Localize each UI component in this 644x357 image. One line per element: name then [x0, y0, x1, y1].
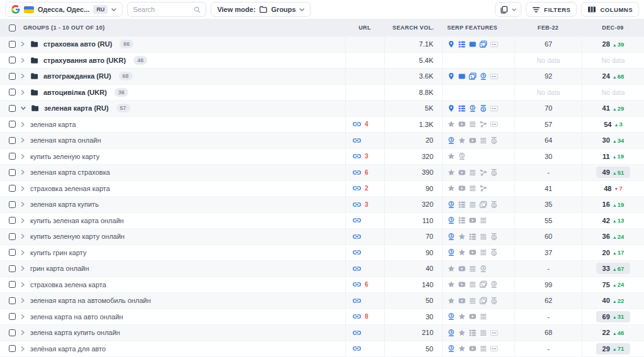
- top-stories-icon: [458, 40, 466, 48]
- row-checkbox[interactable]: [9, 169, 16, 176]
- row-checkbox[interactable]: [9, 89, 16, 96]
- chevron-right-icon[interactable]: [21, 314, 25, 319]
- folder-icon: [30, 57, 38, 64]
- columns-button[interactable]: COLUMNS: [581, 2, 639, 17]
- current-rank-value: 30: [602, 136, 610, 144]
- curr-date-column-header[interactable]: DEC-09: [582, 19, 644, 36]
- row-checkbox[interactable]: [9, 345, 16, 352]
- row-checkbox[interactable]: [9, 233, 16, 240]
- filters-button[interactable]: FILTERS: [526, 2, 577, 17]
- row-checkbox[interactable]: [9, 297, 16, 304]
- chevron-right-icon[interactable]: [21, 122, 25, 127]
- url-link-icon[interactable]: [352, 120, 362, 128]
- prev-date-column-header[interactable]: FEB-22: [514, 19, 582, 36]
- row-checkbox[interactable]: [9, 185, 16, 192]
- project-selector[interactable]: Одесса, Одес... RU: [5, 2, 123, 17]
- row-checkbox[interactable]: [9, 41, 16, 48]
- url-link-icon[interactable]: [352, 136, 362, 145]
- chevron-down-icon[interactable]: [21, 106, 26, 111]
- chevron-right-icon[interactable]: [21, 218, 25, 223]
- chevron-right-icon[interactable]: [21, 41, 25, 47]
- reviews-icon: [447, 297, 455, 305]
- keyword-label: купить грин карту: [30, 249, 86, 256]
- svg-text:$: $: [493, 236, 496, 239]
- row-checkbox[interactable]: [9, 329, 16, 336]
- reviews-icon: [447, 120, 455, 128]
- reviews-icon: [447, 265, 455, 273]
- chevron-right-icon[interactable]: [21, 250, 25, 255]
- prev-rank-value: 41: [545, 185, 552, 192]
- url-link-count: 3: [365, 153, 369, 160]
- row-checkbox[interactable]: [9, 265, 16, 272]
- row-checkbox[interactable]: [9, 57, 16, 63]
- keyword-row: зелена карта на авто онлайн830$-69▲31: [0, 309, 644, 326]
- rank-change-value: ▲31: [613, 313, 625, 320]
- url-column-header[interactable]: URL: [345, 19, 384, 36]
- row-checkbox[interactable]: [9, 121, 16, 128]
- url-link-icon[interactable]: [352, 280, 362, 288]
- copy-report-button[interactable]: [495, 2, 521, 17]
- row-checkbox[interactable]: [9, 249, 16, 256]
- view-mode-label: View mode:: [217, 6, 255, 13]
- rank-change-value: ▼7: [614, 185, 623, 192]
- chevron-right-icon[interactable]: [21, 330, 25, 335]
- chevron-right-icon[interactable]: [21, 202, 25, 207]
- rank-change-value: ▲51: [613, 169, 625, 176]
- chevron-right-icon[interactable]: [21, 282, 25, 287]
- row-checkbox[interactable]: [9, 201, 16, 208]
- shopping-ads-icon: $: [490, 200, 498, 209]
- chevron-right-icon[interactable]: [21, 58, 25, 63]
- row-checkbox[interactable]: [9, 217, 16, 224]
- url-link-icon[interactable]: [352, 216, 362, 224]
- chevron-right-icon[interactable]: [21, 346, 25, 351]
- row-checkbox[interactable]: [9, 281, 16, 288]
- chevron-right-icon[interactable]: [21, 266, 25, 271]
- organic-results-icon: [479, 216, 487, 224]
- arrow-up-icon: ▲: [613, 299, 617, 304]
- arrow-down-icon: ▼: [614, 187, 619, 191]
- knowledge-graph-icon: $: [447, 200, 455, 209]
- url-link-icon[interactable]: [352, 200, 362, 209]
- select-all-checkbox[interactable]: [9, 25, 16, 31]
- chevron-right-icon[interactable]: [21, 154, 25, 159]
- svg-text:$: $: [450, 234, 453, 238]
- chevron-right-icon[interactable]: [21, 298, 25, 303]
- url-link-icon[interactable]: [352, 329, 362, 337]
- url-link-icon[interactable]: [352, 184, 362, 192]
- current-rank-value: 75: [602, 281, 610, 288]
- row-checkbox[interactable]: [9, 313, 16, 320]
- chevron-right-icon[interactable]: [21, 138, 25, 143]
- keyword-row: зеленая карта на автомобиль онлайн50$624…: [0, 293, 644, 309]
- knowledge-graph-icon: $: [447, 312, 455, 321]
- url-link-icon[interactable]: [352, 152, 362, 160]
- svg-text:$: $: [450, 330, 453, 334]
- serp-features-column-header[interactable]: SERP FEATURES: [442, 19, 514, 36]
- row-checkbox[interactable]: [9, 137, 16, 144]
- arrow-up-icon: ▲: [613, 219, 617, 223]
- keyword-row: грин карта онлайн40$-33▲67: [0, 261, 644, 277]
- search-input[interactable]: [133, 6, 190, 13]
- url-link-icon[interactable]: [352, 265, 362, 273]
- row-checkbox[interactable]: [9, 73, 16, 80]
- search-vol-column-header[interactable]: SEARCH VOL.: [384, 19, 442, 36]
- prev-rank-value: 62: [545, 297, 552, 304]
- url-link-icon[interactable]: [352, 312, 362, 321]
- view-mode-selector[interactable]: View mode: Groups: [211, 2, 311, 17]
- chevron-right-icon[interactable]: [21, 186, 25, 191]
- url-link-icon[interactable]: [352, 248, 362, 256]
- top-stories-icon: [469, 233, 477, 241]
- url-link-icon[interactable]: [352, 233, 362, 241]
- keyword-label: купить зеленая карта онлайн: [30, 217, 124, 224]
- url-link-icon[interactable]: [352, 344, 362, 353]
- chevron-right-icon[interactable]: [21, 234, 25, 239]
- chevron-right-icon[interactable]: [21, 170, 25, 175]
- reviews-icon: [458, 233, 466, 241]
- chevron-right-icon[interactable]: [21, 90, 25, 95]
- keyword-row: купить зеленую карту онлайн70$$6036▲24: [0, 229, 644, 245]
- chevron-right-icon[interactable]: [21, 74, 25, 79]
- url-link-icon[interactable]: [352, 297, 362, 305]
- row-checkbox[interactable]: [9, 105, 16, 112]
- current-rank-value: 48: [604, 185, 611, 192]
- row-checkbox[interactable]: [9, 153, 16, 160]
- url-link-icon[interactable]: [352, 168, 362, 177]
